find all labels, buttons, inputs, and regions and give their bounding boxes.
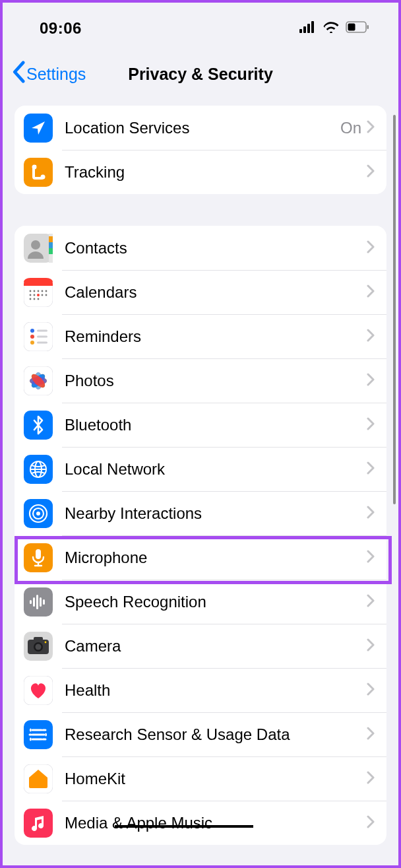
svg-rect-57 <box>33 597 35 607</box>
svg-point-29 <box>38 298 40 300</box>
svg-point-7 <box>32 164 37 169</box>
svg-rect-36 <box>37 335 47 337</box>
row-local-network[interactable]: Local Network <box>15 447 386 491</box>
chevron-right-icon <box>367 506 375 521</box>
svg-point-66 <box>45 641 47 643</box>
chevron-right-icon <box>367 240 375 256</box>
row-label: Health <box>65 681 367 700</box>
svg-point-32 <box>30 329 34 333</box>
row-label: Research Sensor & Usage Data <box>65 725 367 744</box>
row-label: Reminders <box>65 327 367 346</box>
cellular-icon <box>299 21 317 36</box>
strikethrough-annotation <box>115 825 253 828</box>
svg-rect-58 <box>36 595 38 609</box>
row-health[interactable]: Health <box>15 668 386 712</box>
svg-point-27 <box>30 298 32 300</box>
row-label: Photos <box>65 372 367 390</box>
svg-point-19 <box>34 290 36 292</box>
svg-point-24 <box>34 294 36 296</box>
chevron-right-icon <box>367 120 375 136</box>
location-icon <box>24 114 53 143</box>
chevron-right-icon <box>367 815 375 831</box>
svg-point-8 <box>41 174 46 179</box>
svg-rect-2 <box>307 24 310 33</box>
svg-rect-35 <box>37 329 47 331</box>
svg-rect-1 <box>303 26 306 33</box>
back-button[interactable]: Settings <box>11 61 86 87</box>
row-label: HomeKit <box>65 770 367 788</box>
row-contacts[interactable]: Contacts <box>15 226 386 270</box>
wifi-icon <box>323 21 339 36</box>
row-reminders[interactable]: Reminders <box>15 314 386 358</box>
row-tracking[interactable]: Tracking <box>15 150 386 194</box>
reminders-icon <box>24 322 53 351</box>
svg-point-33 <box>30 335 34 339</box>
svg-point-30 <box>37 294 40 296</box>
svg-point-14 <box>31 240 40 250</box>
chevron-right-icon <box>367 329 375 345</box>
scroll-indicator <box>393 115 396 504</box>
row-camera[interactable]: Camera <box>15 624 386 668</box>
svg-rect-60 <box>43 599 45 605</box>
svg-rect-5 <box>348 24 355 31</box>
chevron-right-icon <box>367 373 375 389</box>
svg-rect-63 <box>34 637 43 641</box>
nav-header: Settings Privacy & Security <box>3 46 398 106</box>
chevron-right-icon <box>367 771 375 787</box>
row-photos[interactable]: Photos <box>15 358 386 403</box>
svg-rect-53 <box>36 549 41 559</box>
row-label: Microphone <box>65 549 367 567</box>
photos-icon <box>24 366 53 395</box>
svg-point-22 <box>46 290 47 292</box>
music-icon <box>24 809 53 838</box>
row-media[interactable]: Media & Apple Music <box>15 801 386 845</box>
svg-rect-17 <box>24 283 53 286</box>
chevron-right-icon <box>367 164 375 180</box>
row-label: Location Services <box>65 119 340 137</box>
svg-point-50 <box>36 512 40 516</box>
chevron-right-icon <box>367 284 375 300</box>
row-microphone[interactable]: Microphone <box>15 535 386 580</box>
row-value: On <box>340 119 361 137</box>
svg-rect-13 <box>49 248 53 254</box>
bluetooth-icon <box>24 411 53 440</box>
chevron-right-icon <box>367 683 375 698</box>
chevron-right-icon <box>367 417 375 433</box>
svg-rect-6 <box>367 25 369 29</box>
row-homekit[interactable]: HomeKit <box>15 756 386 801</box>
row-bluetooth[interactable]: Bluetooth <box>15 403 386 447</box>
svg-rect-56 <box>30 600 32 604</box>
page-title: Privacy & Security <box>128 65 273 84</box>
mic-icon <box>24 543 53 572</box>
row-calendars[interactable]: Calendars <box>15 270 386 314</box>
svg-rect-3 <box>311 21 314 33</box>
chevron-right-icon <box>367 638 375 654</box>
row-label: Speech Recognition <box>65 593 367 611</box>
row-location-services[interactable]: Location ServicesOn <box>15 106 386 150</box>
svg-point-65 <box>36 644 42 650</box>
svg-rect-0 <box>299 29 302 33</box>
row-label: Camera <box>65 637 367 655</box>
chevron-right-icon <box>367 594 375 610</box>
row-label: Nearby Interactions <box>65 504 367 523</box>
row-label: Bluetooth <box>65 416 367 434</box>
status-time: 09:06 <box>40 19 82 38</box>
globe-icon <box>24 455 53 484</box>
settings-group-1: Location ServicesOnTracking <box>15 106 386 194</box>
svg-point-18 <box>30 290 32 292</box>
contacts-icon <box>24 234 53 263</box>
svg-rect-12 <box>49 242 53 248</box>
svg-rect-59 <box>40 597 42 607</box>
row-label: Media & Apple Music <box>65 814 367 832</box>
status-indicators <box>299 21 369 36</box>
row-speech-recognition[interactable]: Speech Recognition <box>15 580 386 624</box>
row-nearby-interactions[interactable]: Nearby Interactions <box>15 491 386 535</box>
speech-icon <box>24 587 53 617</box>
svg-point-25 <box>42 294 44 296</box>
calendar-icon <box>24 278 53 307</box>
status-bar: 09:06 <box>3 11 398 46</box>
row-research[interactable]: Research Sensor & Usage Data <box>15 712 386 756</box>
svg-point-28 <box>34 298 36 300</box>
chevron-right-icon <box>367 461 375 477</box>
camera-icon <box>24 632 53 661</box>
